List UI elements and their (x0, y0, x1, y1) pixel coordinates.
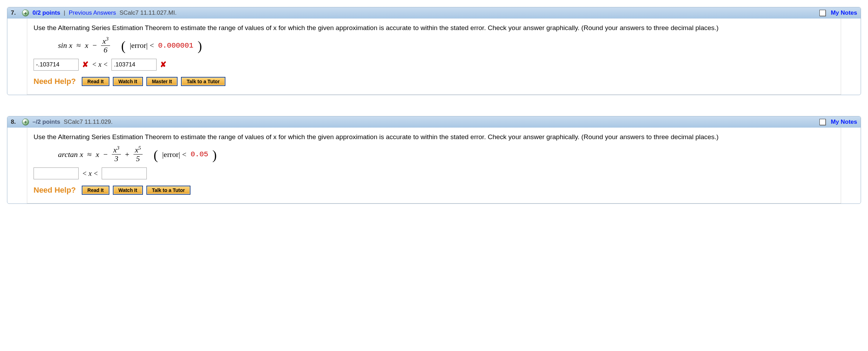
minus-sign: − (93, 41, 97, 50)
expand-icon[interactable]: + (22, 119, 29, 126)
answer-row: < x < (34, 167, 834, 179)
var-x: x (80, 150, 83, 159)
master-it-button[interactable]: Master It (147, 77, 178, 86)
paren-open-icon: ( (154, 150, 158, 160)
error-label: |error| < (130, 41, 154, 50)
textbook-ref: SCalc7 11.11.027.MI. (120, 9, 176, 16)
need-help-label: Need Help? (34, 77, 76, 86)
need-help-row: Need Help? Read It Watch It Master It Ta… (34, 77, 834, 86)
wrong-icon (82, 60, 88, 69)
answer-upper-input[interactable] (111, 59, 157, 71)
answer-lower-input[interactable] (34, 167, 79, 179)
var-x: x (69, 41, 72, 50)
separator: | (64, 9, 65, 16)
minus-sign: − (103, 150, 108, 159)
notes-icon[interactable] (819, 10, 826, 16)
approx-symbol: ≈ (87, 150, 92, 159)
question-body: Use the Alternating Series Estimation Th… (27, 128, 841, 204)
question-body: Use the Alternating Series Estimation Th… (27, 19, 841, 95)
watch-it-button[interactable]: Watch It (113, 186, 143, 194)
term-x: x (85, 41, 88, 50)
previous-answers-link[interactable]: Previous Answers (69, 9, 116, 16)
func-name: arctan (58, 150, 78, 159)
between-text: < x < (92, 60, 108, 69)
read-it-button[interactable]: Read It (82, 186, 109, 194)
my-notes-link[interactable]: My Notes (831, 9, 857, 16)
question-header: 8. + –/2 points SCalc7 11.11.029. My Not… (7, 116, 861, 128)
between-text: < x < (82, 170, 98, 178)
points-label: 0/2 points (32, 9, 60, 16)
notes-icon[interactable] (819, 119, 826, 125)
talk-to-tutor-button[interactable]: Talk to a Tutor (181, 77, 225, 86)
talk-to-tutor-button[interactable]: Talk to a Tutor (147, 186, 190, 194)
answer-lower-input[interactable] (34, 59, 79, 71)
points-label: –/2 points (32, 119, 60, 126)
question-header: 7. + 0/2 points | Previous Answers SCalc… (7, 7, 861, 19)
my-notes-link[interactable]: My Notes (831, 119, 857, 126)
formula: sin x ≈ x − x3 6 ( |error| < 0.000001 ) (58, 37, 834, 54)
answer-row: < x < (34, 59, 834, 71)
need-help-row: Need Help? Read It Watch It Talk to a Tu… (34, 186, 834, 195)
question-8: 8. + –/2 points SCalc7 11.11.029. My Not… (7, 116, 861, 204)
instructions: Use the Alternating Series Estimation Th… (34, 132, 834, 142)
error-label: |error| < (162, 150, 186, 159)
formula: arctan x ≈ x − x3 3 + x5 5 ( |error| < 0… (58, 146, 834, 163)
need-help-label: Need Help? (34, 186, 76, 195)
fraction-2: x5 5 (133, 146, 142, 163)
paren-open-icon: ( (121, 41, 125, 51)
watch-it-button[interactable]: Watch It (113, 77, 143, 86)
answer-upper-input[interactable] (102, 167, 147, 179)
plus-sign: + (125, 150, 129, 159)
fraction-1: x3 3 (112, 146, 121, 163)
func-name: sin (58, 41, 67, 50)
error-value: 0.05 (190, 150, 208, 158)
approx-symbol: ≈ (77, 41, 81, 50)
instructions: Use the Alternating Series Estimation Th… (34, 23, 834, 33)
term-x: x (96, 150, 99, 159)
paren-close-icon: ) (197, 41, 202, 51)
error-value: 0.000001 (158, 42, 194, 50)
wrong-icon (160, 60, 166, 69)
question-number: 8. (11, 119, 19, 126)
expand-icon[interactable]: + (22, 9, 29, 16)
fraction-1: x3 6 (101, 37, 110, 54)
question-number: 7. (11, 9, 19, 16)
question-7: 7. + 0/2 points | Previous Answers SCalc… (7, 7, 861, 95)
paren-close-icon: ) (212, 150, 217, 160)
textbook-ref: SCalc7 11.11.029. (64, 119, 113, 126)
read-it-button[interactable]: Read It (82, 77, 109, 86)
